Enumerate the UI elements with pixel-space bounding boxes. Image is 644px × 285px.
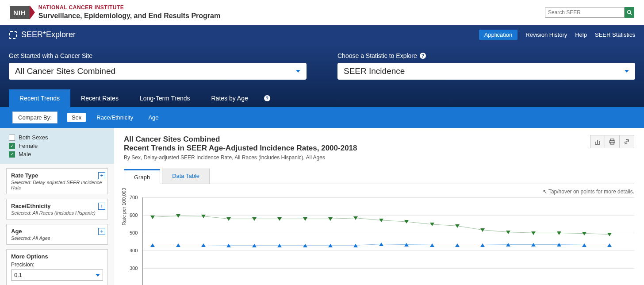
- data-point-male[interactable]: [430, 223, 434, 226]
- search-form: [545, 7, 634, 18]
- data-point-female[interactable]: [430, 243, 434, 247]
- data-point-male[interactable]: [480, 228, 485, 232]
- sex-filter-female[interactable]: ✓Female: [9, 142, 105, 149]
- compare-option-age[interactable]: Age: [144, 113, 163, 122]
- data-point-male[interactable]: [150, 216, 155, 219]
- explorer-title: SEER*Explorer: [21, 30, 76, 39]
- compare-by-label: Compare By:: [12, 112, 58, 123]
- data-point-male[interactable]: [607, 233, 612, 236]
- nih-logo[interactable]: NIH: [10, 5, 35, 19]
- bar-chart-icon: [594, 138, 601, 145]
- compare-option-race-ethnicity[interactable]: Race/Ethnicity: [92, 113, 138, 122]
- tabs-help-icon[interactable]: ?: [264, 95, 270, 101]
- chart-lines: [143, 197, 634, 285]
- data-point-female[interactable]: [557, 243, 561, 246]
- data-point-male[interactable]: [353, 216, 358, 220]
- data-point-female[interactable]: [328, 244, 333, 247]
- data-point-female[interactable]: [506, 243, 510, 246]
- main-panel: All Cancer Sites Combined Recent Trends …: [114, 128, 644, 285]
- explorer-links: Application Revision History Help SEER S…: [479, 30, 635, 40]
- data-point-male[interactable]: [328, 217, 333, 221]
- data-point-female[interactable]: [277, 244, 282, 247]
- cancer-site-label-text: Get Started with a Cancer Site: [9, 52, 92, 59]
- statistic-select[interactable]: SEER Incidence: [337, 63, 635, 80]
- y-tick-label: 500: [130, 230, 138, 235]
- filter-title: Age: [11, 228, 103, 235]
- search-input[interactable]: [545, 7, 625, 18]
- expand-button[interactable]: +: [98, 228, 105, 235]
- share-link-button[interactable]: [619, 135, 634, 148]
- sex-filter-both-sexes[interactable]: Both Sexes: [9, 134, 105, 141]
- filter-title: Rate Type: [11, 172, 103, 179]
- data-point-female[interactable]: [404, 243, 409, 246]
- print-button[interactable]: [605, 135, 620, 148]
- data-point-male[interactable]: [379, 219, 383, 222]
- data-point-male[interactable]: [226, 217, 231, 221]
- more-options-block: More Options Precision: 0.1 ✓ Show Confi…: [6, 249, 108, 285]
- tab-recent-trends[interactable]: Recent Trends: [9, 89, 70, 107]
- data-point-female[interactable]: [455, 243, 460, 247]
- data-point-female[interactable]: [607, 243, 612, 247]
- data-point-male[interactable]: [455, 224, 460, 228]
- help-icon[interactable]: ?: [420, 53, 426, 59]
- sidebar: Both Sexes✓Female✓Male Rate Type Selecte…: [0, 128, 114, 285]
- filter-selected: Selected: All Ages: [11, 235, 103, 241]
- data-point-male[interactable]: [531, 231, 536, 235]
- data-point-male[interactable]: [176, 214, 180, 218]
- chart-settings-button[interactable]: [590, 135, 605, 148]
- tab-graph[interactable]: Graph: [124, 169, 160, 184]
- data-point-female[interactable]: [176, 243, 180, 247]
- data-point-male[interactable]: [201, 215, 206, 218]
- nih-logo-text: NIH: [10, 6, 30, 19]
- data-point-male[interactable]: [582, 232, 586, 235]
- checkbox[interactable]: ✓: [9, 151, 15, 158]
- compare-options: SexRace/EthnicityAge: [67, 113, 163, 122]
- chart-hint: Tap/hover on points for more details.: [124, 189, 634, 195]
- data-point-male[interactable]: [252, 217, 257, 221]
- data-point-female[interactable]: [480, 243, 485, 247]
- data-point-male[interactable]: [303, 217, 307, 221]
- compare-option-sex[interactable]: Sex: [67, 113, 86, 122]
- tab-recent-rates[interactable]: Recent Rates: [70, 89, 129, 107]
- data-point-female[interactable]: [531, 243, 536, 246]
- statistic-label-text: Choose a Statistic to Explore: [337, 52, 417, 59]
- data-point-male[interactable]: [277, 217, 282, 221]
- data-point-male[interactable]: [557, 231, 561, 235]
- tab-rates-by-age[interactable]: Rates by Age: [201, 89, 259, 107]
- precision-select[interactable]: 0.1: [11, 270, 103, 281]
- cancer-site-select[interactable]: All Cancer Sites Combined: [9, 63, 307, 80]
- data-point-female[interactable]: [201, 243, 206, 247]
- data-point-female[interactable]: [150, 243, 155, 247]
- link-help[interactable]: Help: [575, 31, 587, 38]
- link-seer-statistics[interactable]: SEER Statistics: [595, 31, 635, 38]
- sex-filters: Both Sexes✓Female✓Male: [0, 128, 114, 164]
- expand-button[interactable]: +: [98, 172, 105, 179]
- data-point-female[interactable]: [252, 244, 257, 247]
- y-tick-label: 300: [130, 266, 138, 271]
- main-tabs: Recent TrendsRecent RatesLong-Term Trend…: [9, 89, 635, 107]
- data-point-female[interactable]: [353, 244, 358, 247]
- panel-title-1: All Cancer Sites Combined: [124, 135, 357, 144]
- panel-subtitle: By Sex, Delay-adjusted SEER Incidence Ra…: [124, 154, 357, 161]
- graph-tabs: Graph Data Table: [124, 169, 634, 184]
- data-point-female[interactable]: [303, 244, 307, 247]
- data-point-female[interactable]: [582, 243, 586, 247]
- sex-filter-label: Male: [19, 151, 31, 158]
- data-point-male[interactable]: [404, 220, 409, 223]
- data-point-male[interactable]: [506, 231, 510, 234]
- chart-y-axis-label: Rate per 100,000: [121, 188, 126, 226]
- sex-filter-male[interactable]: ✓Male: [9, 151, 105, 158]
- cancer-site-col: Get Started with a Cancer Site All Cance…: [9, 52, 307, 80]
- tab-data-table[interactable]: Data Table: [162, 169, 210, 184]
- checkbox[interactable]: ✓: [9, 143, 15, 149]
- search-button[interactable]: [625, 7, 634, 18]
- checkbox[interactable]: [9, 135, 15, 141]
- data-point-female[interactable]: [379, 243, 383, 246]
- caret-down-icon: [625, 70, 629, 73]
- expand-button[interactable]: +: [98, 203, 105, 210]
- link-application[interactable]: Application: [479, 30, 518, 40]
- caret-down-icon: [296, 70, 300, 73]
- link-revision-history[interactable]: Revision History: [525, 31, 567, 38]
- data-point-female[interactable]: [226, 244, 231, 247]
- tab-long-term-trends[interactable]: Long-Term Trends: [129, 89, 201, 107]
